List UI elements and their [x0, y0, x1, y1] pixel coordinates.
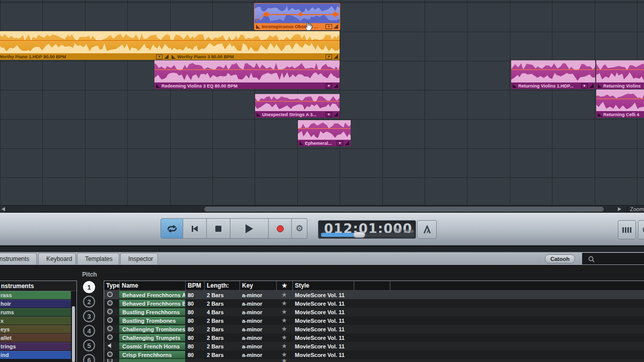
instruments-scrollbar[interactable] — [72, 306, 75, 362]
clip-menu-icon[interactable]: ▼ — [326, 83, 332, 88]
favorite-star-icon[interactable]: ★ — [276, 334, 292, 341]
favorite-star-icon[interactable]: ★ — [276, 343, 292, 349]
resize-handle-icon[interactable] — [589, 83, 594, 88]
stop-button[interactable] — [207, 218, 230, 239]
pitch-4[interactable]: 4 — [83, 325, 95, 337]
scroll-left-icon[interactable] — [0, 206, 7, 213]
clip-menu-icon[interactable]: ▼ — [326, 54, 332, 59]
speaker-icon — [107, 342, 113, 349]
loop-type-icon — [107, 326, 113, 331]
loop-type-icon — [107, 292, 113, 297]
tab-keyboard[interactable]: Keyboard — [38, 253, 76, 264]
resize-handle-icon[interactable] — [334, 112, 338, 117]
clip-menu-icon[interactable]: ▼ — [326, 24, 332, 29]
fade-handle-icon[interactable] — [256, 25, 260, 29]
table-row[interactable]: Challenging Trombones 80 2 Bars a-minor … — [104, 325, 644, 333]
table-row[interactable]: ★ — [104, 359, 644, 362]
clip-menu-icon[interactable]: ▼ — [337, 141, 343, 146]
favorite-star-icon[interactable]: ★ — [276, 359, 292, 362]
audio-clip-redeeming-violins[interactable]: Redeeming Violins 3 EQ 80.00 BPM ▼ — [154, 60, 340, 89]
clip-menu-icon[interactable]: ▼ — [156, 54, 163, 59]
resize-handle-icon[interactable] — [334, 83, 338, 88]
skip-start-button[interactable] — [183, 218, 207, 239]
favorite-star-icon[interactable]: ★ — [276, 300, 292, 307]
favorite-star-icon[interactable]: ★ — [276, 317, 292, 324]
record-button[interactable] — [269, 218, 292, 239]
table-header[interactable]: Type Name BPM Length: Key ★ Style — [104, 281, 644, 291]
table-row[interactable]: Behaved Frenchhorns B 80 2 Bars a-minor … — [104, 299, 644, 308]
clipped-right-button[interactable] — [638, 220, 644, 239]
audio-clip-returning-celli[interactable]: Returning Celli 4 — [596, 89, 644, 118]
resize-handle-icon[interactable] — [345, 141, 349, 145]
record-icon — [277, 225, 284, 232]
resize-handle-icon[interactable] — [334, 54, 338, 59]
table-row[interactable]: Challenging Trumpets 80 2 Bars a-minor ★… — [104, 333, 644, 342]
volume-line — [154, 69, 340, 70]
audio-clip-unexpected-strings[interactable]: Unexpected Strings A 3... ▼ — [255, 94, 340, 118]
metronome-button[interactable] — [417, 220, 437, 239]
resize-handle-icon[interactable] — [164, 54, 169, 59]
tab-templates[interactable]: Templates — [77, 253, 119, 264]
audio-clip-oboes[interactable]: Inconspicuous Oboes 3 ... ▼ — [255, 4, 340, 30]
fade-handle-icon[interactable] — [299, 141, 303, 145]
audio-clip-returning-violins1[interactable]: Returning Violins 1.HDP... ▼ — [511, 60, 595, 89]
fade-handle-icon[interactable] — [598, 113, 602, 117]
fade-handle-icon[interactable] — [513, 84, 517, 88]
clip-menu-icon[interactable]: ▼ — [581, 83, 588, 88]
search-box[interactable] — [582, 253, 644, 264]
category-fx[interactable]: x — [0, 317, 71, 325]
table-row[interactable]: Bustling Frenchhorns 80 4 Bars a-minor ★… — [104, 308, 644, 316]
category-wind[interactable]: ind — [0, 351, 71, 359]
tab-instruments[interactable]: nstruments — [0, 253, 37, 264]
pitch-3[interactable]: 3 — [83, 310, 95, 322]
category-strings[interactable]: trings — [0, 342, 71, 351]
arrangement-grid[interactable]: Inconspicuous Oboes 3 ... ▼ Worthy Piano… — [0, 0, 644, 205]
search-icon — [588, 256, 595, 262]
audio-clip-returning-violins2[interactable]: Returning Violins — [596, 60, 644, 89]
pitch-5[interactable]: 5 — [83, 339, 95, 351]
favorite-star-icon[interactable]: ★ — [276, 309, 292, 315]
pitch-1[interactable]: 1 — [83, 281, 95, 293]
loop-type-icon — [107, 300, 113, 306]
category-keys[interactable]: eys — [0, 325, 71, 334]
favorite-star-icon[interactable]: ★ — [276, 292, 292, 298]
fade-handle-icon[interactable] — [156, 84, 160, 88]
hscroll-thumb[interactable] — [204, 207, 604, 212]
category-choir[interactable]: hoir — [0, 300, 71, 308]
resize-handle-icon[interactable] — [334, 24, 338, 29]
category-brass[interactable]: rass — [0, 291, 71, 300]
loop-button[interactable] — [160, 218, 183, 239]
favorite-star-icon[interactable]: ★ — [276, 351, 292, 358]
pitch-6[interactable]: 6 — [83, 354, 95, 362]
category-mallet[interactable]: allet — [0, 334, 71, 342]
audio-clip-piano1[interactable]: Worthy Piano 1.HDP 80.00 BPM ▼ — [0, 31, 170, 60]
instruments-header: nstruments — [0, 281, 76, 291]
position-slider[interactable] — [321, 233, 414, 237]
hand-cursor — [302, 21, 314, 35]
play-button[interactable] — [230, 218, 269, 239]
audio-clip-ephemeral[interactable]: Ephemeral... ▼ — [298, 120, 351, 146]
clip-menu-icon[interactable]: ▼ — [326, 112, 332, 117]
piano-keys-button[interactable] — [618, 220, 636, 239]
table-row[interactable]: Cosmic French Horns 80 2 Bars a-minor ★ … — [104, 342, 644, 350]
transport-settings-button[interactable]: ⚙ — [292, 218, 307, 239]
arrange-hscrollbar[interactable]: Zoom — [0, 205, 644, 212]
table-row[interactable]: Crisp Frenchhorns 80 2 Bars a-minor ★ Mo… — [104, 350, 644, 359]
position-slider-handle[interactable] — [353, 232, 365, 238]
search-input[interactable] — [598, 256, 638, 262]
table-row[interactable]: Behaved Frenchhorns A 80 2 Bars a-minor … — [104, 291, 644, 299]
loop-type-icon — [107, 309, 113, 314]
table-row[interactable]: Bustling Trombones 80 2 Bars a-minor ★ M… — [104, 316, 644, 325]
tab-inspector[interactable]: Inspector — [120, 253, 158, 264]
fade-handle-icon[interactable] — [172, 55, 176, 59]
pitch-2[interactable]: 2 — [83, 296, 95, 308]
loop-type-icon — [107, 317, 113, 323]
fade-handle-icon[interactable] — [257, 113, 261, 117]
audio-clip-piano3[interactable]: Worthy Piano 3 80.00 BPM ▼ — [170, 31, 340, 60]
catooh-button[interactable]: Catooh — [545, 254, 575, 263]
category-drums[interactable]: rums — [0, 308, 71, 317]
scroll-right-icon[interactable] — [618, 207, 621, 211]
metronome-icon — [422, 225, 432, 234]
favorite-star-icon[interactable]: ★ — [276, 326, 292, 332]
fade-handle-icon[interactable] — [598, 84, 602, 88]
